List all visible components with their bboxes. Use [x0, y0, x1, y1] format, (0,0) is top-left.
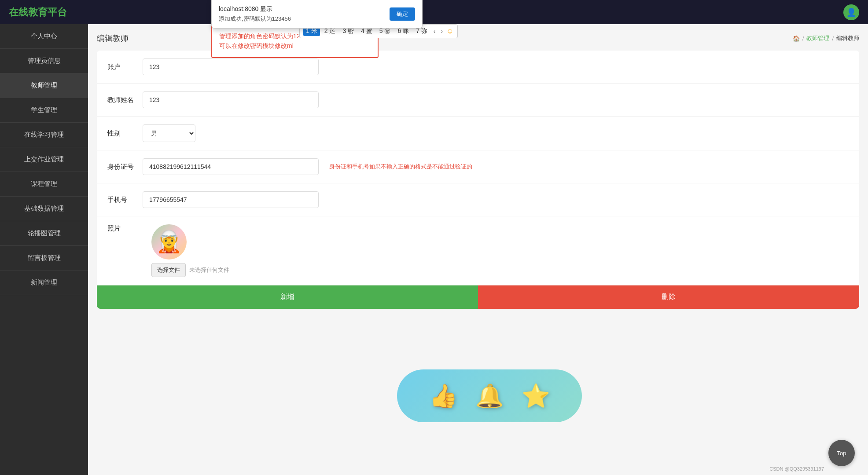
account-label: 账户 [107, 63, 143, 71]
share-icon[interactable]: 🔔 [475, 383, 504, 409]
gender-label: 性别 [107, 129, 143, 138]
browser-notification: localhost:8080 显示 添加成功,密码默认为123456 确定 [211, 0, 423, 29]
notification-message: 添加成功,密码默认为123456 [219, 15, 415, 23]
header: 在线教育平台 👤 [0, 0, 868, 24]
sidebar-item-online-learning[interactable]: 在线学习管理 [0, 123, 88, 147]
phone-row: 手机号 [97, 183, 859, 216]
social-float-bar: 👍 🔔 ⭐ [397, 369, 582, 422]
photo-row: 照片 🧝 选择文件 未选择任何文件 [97, 216, 859, 285]
app-logo: 在线教育平台 [9, 6, 67, 19]
breadcrumb: 🏠 / 教师管理 / 编辑教师 [793, 34, 859, 42]
sidebar-item-teacher[interactable]: 教师管理 [0, 73, 88, 98]
star-icon[interactable]: ⭐ [522, 383, 550, 409]
sidebar-item-student[interactable]: 学生管理 [0, 98, 88, 123]
alert-line2: 可以在修改密码模块修改mi [219, 41, 371, 51]
sidebar-item-carousel[interactable]: 轮播图管理 [0, 221, 88, 246]
teacher-name-label: 教师姓名 [107, 96, 143, 104]
gender-row: 性别 男 女 [97, 117, 859, 150]
breadcrumb-teacher-mgmt[interactable]: 教师管理 [806, 34, 829, 42]
sidebar-item-guestbook[interactable]: 留言板管理 [0, 246, 88, 270]
id-card-hint: 身份证和手机号如果不输入正确的格式是不能通过验证的 [329, 163, 472, 171]
sidebar-item-basic-data[interactable]: 基础数据管理 [0, 197, 88, 221]
teacher-name-row: 教师姓名 [97, 84, 859, 117]
sidebar-item-homework[interactable]: 上交作业管理 [0, 147, 88, 172]
breadcrumb-home-icon[interactable]: 🏠 [793, 35, 800, 42]
sidebar-item-news[interactable]: 新闻管理 [0, 270, 88, 295]
csdn-watermark: CSDN @QQ3295391197 [769, 466, 824, 471]
no-file-text: 未选择任何文件 [189, 266, 229, 274]
teacher-name-input[interactable] [143, 91, 319, 108]
edit-teacher-form: 账户 教师姓名 性别 男 女 身份证号 身份证和手机号如果不输入正确的格式 [97, 51, 859, 309]
gender-select[interactable]: 男 女 [143, 124, 195, 142]
form-buttons: 新增 删除 [97, 285, 859, 309]
id-card-row: 身份证号 身份证和手机号如果不输入正确的格式是不能通过验证的 [97, 150, 859, 183]
delete-button[interactable]: 删除 [478, 285, 859, 309]
photo-avatar: 🧝 [151, 224, 187, 259]
ime-emoji[interactable]: ☺ [446, 27, 453, 35]
breadcrumb-sep1: / [802, 35, 804, 42]
back-to-top-button[interactable]: Top [828, 440, 855, 466]
phone-input[interactable] [143, 191, 319, 208]
avatar-emoji: 🧝 [156, 230, 182, 254]
id-card-label: 身份证号 [107, 163, 143, 171]
breadcrumb-current: 编辑教师 [836, 34, 859, 42]
user-avatar[interactable]: 👤 [843, 4, 859, 20]
ime-next[interactable]: › [439, 27, 445, 36]
id-card-input[interactable] [143, 158, 319, 175]
phone-label: 手机号 [107, 196, 143, 204]
choose-file-button[interactable]: 选择文件 [151, 263, 186, 277]
photo-label: 照片 [107, 224, 143, 233]
sidebar-item-course[interactable]: 课程管理 [0, 172, 88, 197]
page-title: 编辑教师 [97, 33, 129, 44]
breadcrumb-sep2: / [832, 35, 834, 42]
add-button[interactable]: 新增 [97, 285, 478, 309]
sidebar-item-admin[interactable]: 管理员信息 [0, 49, 88, 73]
sidebar: 个人中心 管理员信息 教师管理 学生管理 在线学习管理 上交作业管理 课程管理 … [0, 24, 88, 475]
sidebar-item-personal[interactable]: 个人中心 [0, 24, 88, 49]
thumbsup-icon[interactable]: 👍 [429, 383, 458, 409]
notification-site: localhost:8080 显示 [219, 5, 415, 13]
ime-prev[interactable]: ‹ [432, 27, 438, 36]
notification-confirm-button[interactable]: 确定 [390, 7, 415, 21]
account-input[interactable] [143, 58, 319, 75]
